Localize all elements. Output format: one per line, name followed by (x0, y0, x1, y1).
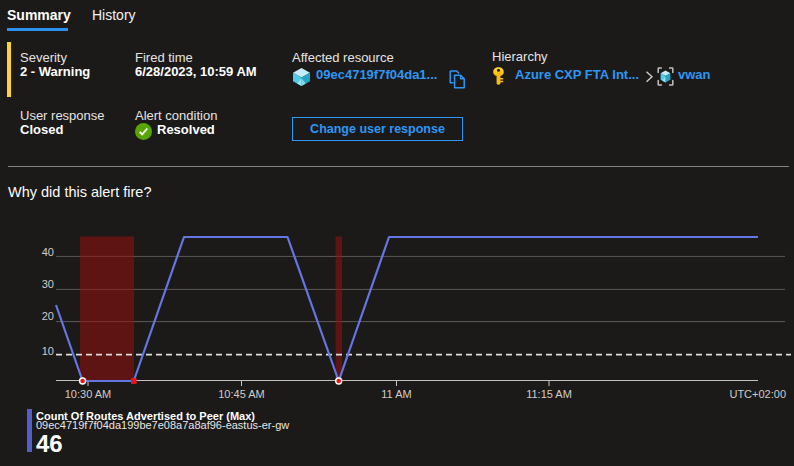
svg-text:10:45 AM: 10:45 AM (218, 388, 264, 400)
svg-text:30: 30 (42, 278, 54, 290)
svg-text:11:15 AM: 11:15 AM (526, 388, 572, 400)
svg-text:11 AM: 11 AM (381, 388, 411, 400)
svg-text:10:30 AM: 10:30 AM (65, 388, 111, 400)
svg-text:10: 10 (42, 345, 54, 357)
svg-text:20: 20 (42, 310, 54, 322)
svg-text:UTC+02:00: UTC+02:00 (729, 388, 786, 400)
svg-text:40: 40 (42, 246, 54, 258)
